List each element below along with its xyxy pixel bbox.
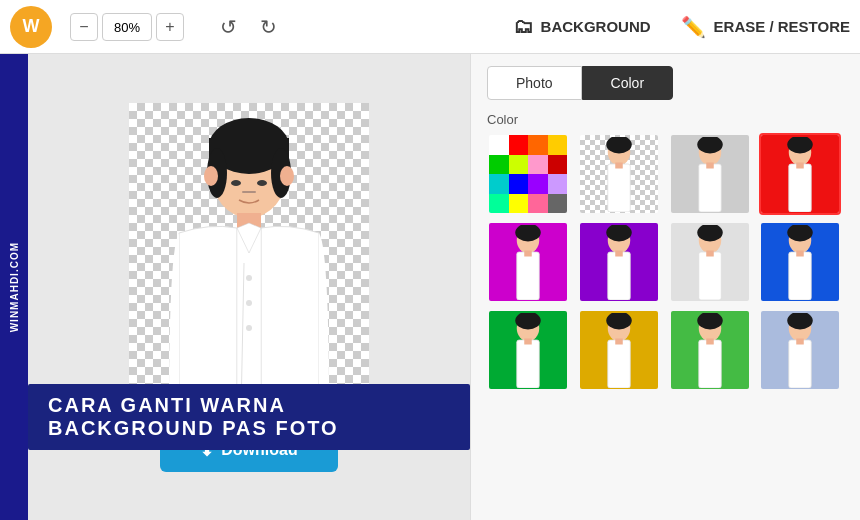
thumbnail-yellow[interactable] bbox=[578, 309, 660, 391]
svg-rect-31 bbox=[524, 250, 532, 256]
background-tab[interactable]: 🗂 BACKGROUND bbox=[513, 15, 651, 38]
swatch-teal bbox=[489, 194, 509, 214]
watermark-text: WINMAHDI.COM bbox=[9, 242, 20, 332]
logo-letter: W bbox=[23, 16, 40, 37]
toolbar: W − 80% + ↺ ↻ 🗂 BACKGROUND ✏️ ERASE / RE… bbox=[0, 0, 860, 54]
download-label: Download bbox=[221, 441, 297, 459]
swatch-yellow-orange bbox=[548, 135, 568, 155]
zoom-in-button[interactable]: + bbox=[156, 13, 184, 41]
svg-rect-39 bbox=[706, 250, 714, 256]
swatch-pink bbox=[528, 155, 548, 175]
thumb-person-lightgray bbox=[680, 225, 740, 300]
svg-rect-58 bbox=[789, 340, 812, 388]
background-tab-label: BACKGROUND bbox=[541, 18, 651, 35]
thumbnail-purple[interactable] bbox=[487, 221, 569, 303]
swatch-lavender bbox=[548, 174, 568, 194]
color-palette-grid bbox=[489, 135, 567, 213]
thumbnail-lightblue[interactable] bbox=[759, 309, 841, 391]
thumb-person-red bbox=[770, 137, 830, 212]
swatch-yellow-green bbox=[509, 155, 529, 175]
svg-rect-54 bbox=[698, 340, 721, 388]
thumbnail-gray[interactable] bbox=[669, 133, 751, 215]
thumb-person-yellow bbox=[589, 313, 649, 388]
color-grid bbox=[471, 133, 860, 391]
svg-rect-15 bbox=[242, 191, 256, 193]
swatch-red bbox=[509, 135, 529, 155]
swatch-gray bbox=[548, 194, 568, 214]
swatch-yellow bbox=[509, 194, 529, 214]
color-palette-swatch[interactable] bbox=[487, 133, 569, 215]
right-panel: Photo Color Color bbox=[470, 54, 860, 520]
side-watermark: WINMAHDI.COM bbox=[0, 54, 28, 520]
thumb-person-purple bbox=[498, 225, 558, 300]
swatch-dark-red bbox=[548, 155, 568, 175]
thumbnail-lightgray[interactable] bbox=[669, 221, 751, 303]
erase-restore-tab[interactable]: ✏️ ERASE / RESTORE bbox=[681, 15, 850, 39]
svg-rect-50 bbox=[608, 340, 631, 388]
svg-rect-22 bbox=[698, 164, 721, 212]
svg-point-5 bbox=[204, 166, 218, 186]
app-logo: W bbox=[10, 6, 52, 48]
svg-rect-26 bbox=[789, 164, 812, 212]
thumb-person-lightblue bbox=[770, 313, 830, 388]
thumb-person-green bbox=[498, 313, 558, 388]
thumbnail-red[interactable] bbox=[759, 133, 841, 215]
svg-point-6 bbox=[280, 166, 294, 186]
svg-rect-19 bbox=[615, 162, 623, 168]
thumb-person-violet bbox=[589, 225, 649, 300]
tab-photo[interactable]: Photo bbox=[487, 66, 582, 100]
svg-rect-30 bbox=[517, 252, 540, 300]
svg-rect-18 bbox=[608, 164, 631, 212]
thumbnail-green[interactable] bbox=[487, 309, 569, 391]
svg-point-10 bbox=[246, 275, 252, 281]
thumb-person-blue bbox=[770, 225, 830, 300]
photo-canvas bbox=[129, 103, 369, 413]
svg-rect-38 bbox=[698, 252, 721, 300]
svg-rect-35 bbox=[615, 250, 623, 256]
swatch-green bbox=[489, 155, 509, 175]
svg-rect-43 bbox=[797, 250, 805, 256]
svg-rect-46 bbox=[517, 340, 540, 388]
canvas-area: ⬇ Download CARA GANTI WARNA BACKGROUND P… bbox=[28, 54, 470, 520]
thumb-person-transparent bbox=[589, 137, 649, 212]
svg-rect-42 bbox=[789, 252, 812, 300]
swatch-orange bbox=[528, 135, 548, 155]
swatch-purple bbox=[528, 174, 548, 194]
svg-rect-34 bbox=[608, 252, 631, 300]
swatch-blue bbox=[509, 174, 529, 194]
thumbnail-blue[interactable] bbox=[759, 221, 841, 303]
svg-rect-8 bbox=[237, 228, 261, 413]
thumb-person-lightgreen bbox=[680, 313, 740, 388]
thumbnail-violet[interactable] bbox=[578, 221, 660, 303]
swatch-hot-pink bbox=[528, 194, 548, 214]
background-icon: 🗂 bbox=[513, 15, 533, 38]
svg-point-12 bbox=[246, 325, 252, 331]
zoom-controls: − 80% + bbox=[70, 13, 184, 41]
undo-button[interactable]: ↺ bbox=[212, 11, 244, 43]
erase-icon: ✏️ bbox=[681, 15, 706, 39]
download-button[interactable]: ⬇ Download bbox=[160, 429, 337, 472]
main-content: WINMAHDI.COM bbox=[0, 54, 860, 520]
history-controls: ↺ ↻ bbox=[212, 11, 284, 43]
svg-rect-47 bbox=[524, 338, 532, 344]
thumb-person-gray bbox=[680, 137, 740, 212]
color-section-label: Color bbox=[471, 112, 860, 133]
svg-point-13 bbox=[231, 180, 241, 186]
panel-tabs: Photo Color bbox=[471, 54, 860, 112]
svg-rect-23 bbox=[706, 162, 714, 168]
svg-point-14 bbox=[257, 180, 267, 186]
tab-color[interactable]: Color bbox=[582, 66, 673, 100]
canvas-wrapper: ⬇ Download bbox=[129, 103, 369, 472]
zoom-out-button[interactable]: − bbox=[70, 13, 98, 41]
redo-button[interactable]: ↻ bbox=[252, 11, 284, 43]
swatch-cyan bbox=[489, 174, 509, 194]
svg-rect-27 bbox=[797, 162, 805, 168]
thumbnail-lightgreen[interactable] bbox=[669, 309, 751, 391]
svg-rect-51 bbox=[615, 338, 623, 344]
thumbnail-transparent[interactable] bbox=[578, 133, 660, 215]
swatch-white bbox=[489, 135, 509, 155]
erase-restore-tab-label: ERASE / RESTORE bbox=[714, 18, 850, 35]
download-icon: ⬇ bbox=[200, 441, 213, 460]
svg-rect-55 bbox=[706, 338, 714, 344]
toolbar-right-tabs: 🗂 BACKGROUND ✏️ ERASE / RESTORE bbox=[513, 15, 850, 39]
